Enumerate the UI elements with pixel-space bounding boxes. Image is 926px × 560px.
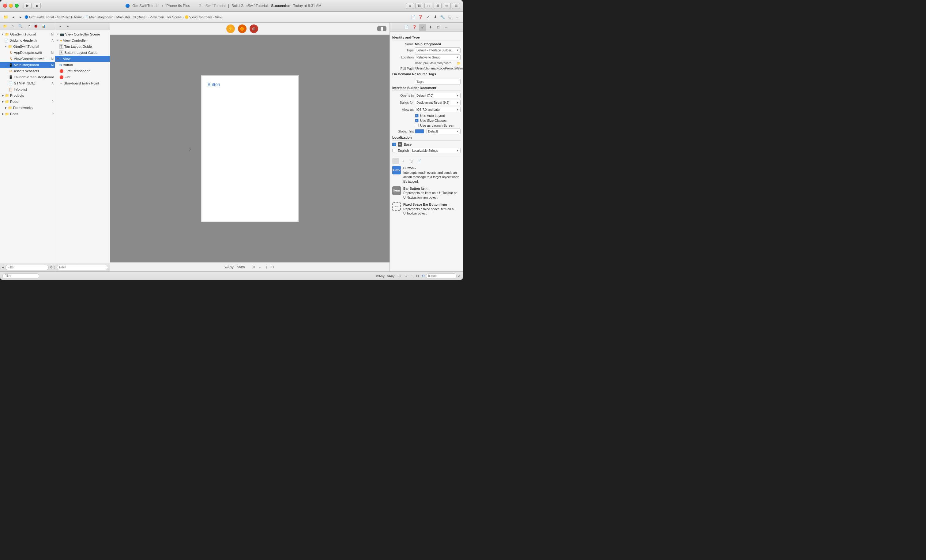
error-icon-btn[interactable]: ⊕ <box>250 24 258 33</box>
tab-attributes[interactable]: ⬇ <box>427 24 434 30</box>
scene-item-button[interactable]: B Button <box>55 62 110 68</box>
stop-button[interactable]: ■ <box>33 3 41 9</box>
list-item[interactable]: S AppDelegate.swift M <box>0 50 55 56</box>
size-toggle-1[interactable]: ⊞ <box>397 273 402 278</box>
list-item[interactable]: 📱 Main.storyboard M <box>0 62 55 68</box>
inspector-attr-btn[interactable]: 🔧 <box>439 14 446 21</box>
bc-item-5[interactable]: View Con...ller Scene <box>150 15 182 19</box>
size-btn-3[interactable]: ↕ <box>265 264 269 270</box>
inspector-connect-btn[interactable]: → <box>454 14 460 21</box>
nav-icon-folder[interactable]: 📁 <box>2 23 9 30</box>
view-as-select[interactable]: iOS 7.0 and Later ▼ <box>415 107 460 112</box>
tab-media[interactable]: ♪ <box>400 158 407 164</box>
tint-select[interactable]: Default ▼ <box>427 128 460 134</box>
minimize-button[interactable] <box>9 4 13 8</box>
nav-forward[interactable]: ▸ <box>17 14 24 21</box>
add-file-btn[interactable]: + <box>2 265 4 270</box>
search-bottom-input[interactable] <box>426 273 457 279</box>
list-item[interactable]: ▶ 📁 Pods ? <box>0 111 55 117</box>
list-item[interactable]: S ViewController.swift M <box>0 56 55 62</box>
builds-for-select[interactable]: Deployment Target (9.2) ▼ <box>415 100 460 105</box>
outline-back[interactable]: ◂ <box>57 23 64 30</box>
scene-item-vc[interactable]: ▼ ● View Controller <box>55 37 110 44</box>
size-toggle-2[interactable]: ↔ <box>403 273 409 278</box>
ios-screen[interactable]: Button <box>201 75 299 222</box>
layout-btn1[interactable]: ⊞ <box>434 3 442 9</box>
scene-item-vc-scene[interactable]: ▼ 📷 View Controller Scene <box>55 31 110 37</box>
outline-forward[interactable]: ▸ <box>65 23 71 30</box>
inspector-identity-btn[interactable]: ⬇ <box>432 14 439 21</box>
tab-quick[interactable]: ❓ <box>411 24 418 30</box>
nav-icon-report[interactable]: 📊 <box>40 23 47 30</box>
list-item[interactable]: 📋 Info.plist <box>0 86 55 92</box>
debug-toggle[interactable]: ⊡ <box>415 3 423 9</box>
list-item[interactable]: 📄 GTM-PT3L9Z A <box>0 80 55 86</box>
nav-back[interactable]: ◂ <box>10 14 17 21</box>
list-item[interactable]: 📱 LaunchScreen.storyboard <box>0 74 55 80</box>
nav-icon-warning[interactable]: ⚠ <box>9 23 16 30</box>
list-item[interactable]: ▶ 📁 Products <box>0 92 55 98</box>
folder-icon[interactable]: 📁 <box>3 14 9 21</box>
scene-item-entry[interactable]: → Storyboard Entry Point <box>55 80 110 86</box>
layout-btn2[interactable]: ▭ <box>443 3 451 9</box>
scene-item-bottom-layout[interactable]: B Bottom Layout Guide <box>55 50 110 56</box>
list-item[interactable]: ▶ 📁 Frameworks <box>0 105 55 111</box>
launch-screen-checkbox[interactable] <box>415 124 419 127</box>
size-toggle-4[interactable]: ⊡ <box>415 273 420 278</box>
scene-item-exit[interactable]: 🔴 Exit <box>55 74 110 80</box>
list-item[interactable]: 🗂 Assets.xcassets <box>0 68 55 74</box>
warning-icon-btn[interactable]: ⚡ <box>226 24 235 33</box>
type-select[interactable]: Default - Interface Builder... ▼ <box>415 47 460 53</box>
tab-identity[interactable]: ↙ <box>419 24 426 30</box>
inspector-file-btn[interactable]: 📄 <box>410 14 416 21</box>
navigator-toggle[interactable]: ≡ <box>406 3 414 9</box>
tab-obj[interactable]: ☰ <box>392 158 399 164</box>
canvas-button[interactable]: Button <box>207 82 220 87</box>
device-name[interactable]: iPhone 6s Plus <box>166 4 190 8</box>
tint-swatch[interactable] <box>415 129 424 133</box>
bc-item-2[interactable]: GtmSwiftTutorial <box>57 15 82 19</box>
bc-item-4[interactable]: Main.stor...rd (Base) <box>117 15 147 19</box>
english-select[interactable]: Localizable Strings ▼ <box>411 148 460 153</box>
inspector-size-btn[interactable]: ⊞ <box>446 14 453 21</box>
inspector-share-btn[interactable]: ↙ <box>424 14 431 21</box>
bc-item-7[interactable]: View <box>215 15 222 19</box>
tab-snippets[interactable]: {} <box>408 158 415 164</box>
canvas-content[interactable]: › Button <box>110 35 389 262</box>
size-btn-2[interactable]: ↔ <box>257 264 263 270</box>
scene-item-view[interactable]: ▼ □ View <box>55 56 110 62</box>
list-item[interactable]: ▼ 📁 GtmSwiftTutorial <box>0 44 55 50</box>
bc-item-3[interactable]: Main.storyboard <box>89 15 113 19</box>
list-item[interactable]: ▼ 📁 GtmSwiftTutorial M <box>0 31 55 37</box>
file-filter-input[interactable] <box>6 265 49 270</box>
filter-options-btn[interactable]: ⊙ <box>50 265 53 269</box>
list-item[interactable]: 📄 BridgingHeader.h A <box>0 37 55 44</box>
size-classes-checkbox[interactable]: ✓ <box>415 119 419 122</box>
tab-files[interactable]: 📄 <box>416 158 423 164</box>
bottom-filter-input[interactable] <box>3 273 39 279</box>
nav-icon-debug[interactable]: 🐞 <box>32 23 39 30</box>
scene-filter-input[interactable] <box>57 265 108 270</box>
tab-file[interactable]: 📄 <box>403 24 410 30</box>
close-button[interactable] <box>3 4 7 8</box>
bc-item-1[interactable]: GtmSwiftTutorial <box>29 15 54 19</box>
scene-item-top-layout[interactable]: T Top Layout Guide <box>55 44 110 50</box>
run-button[interactable]: ▶ <box>24 3 32 9</box>
tab-connections[interactable]: → <box>443 24 450 30</box>
scene-item-first-responder[interactable]: 🔴 First Responder <box>55 68 110 74</box>
bc-item-6[interactable]: View Controller <box>189 15 212 19</box>
auto-layout-checkbox[interactable]: ✓ <box>415 114 419 118</box>
tags-input[interactable] <box>415 79 460 85</box>
relative-path-btn[interactable]: 📁 <box>457 62 460 65</box>
size-btn-4[interactable]: ⊡ <box>270 264 275 270</box>
inspector-quick-btn[interactable]: ❓ <box>417 14 424 21</box>
maximize-button[interactable] <box>15 4 19 8</box>
opens-in-select[interactable]: Default (7.0) ▼ <box>415 93 460 98</box>
base-checkbox[interactable]: ✓ <box>392 143 396 146</box>
search-clear-icon[interactable]: ✗ <box>458 274 460 278</box>
settings-icon-btn[interactable]: 🔶 <box>238 24 247 33</box>
tab-size[interactable]: □ <box>435 24 442 30</box>
nav-icon-scm[interactable]: ⎇ <box>25 23 32 30</box>
size-btn-1[interactable]: ⊞ <box>251 264 256 270</box>
nav-icon-search[interactable]: 🔍 <box>17 23 24 30</box>
